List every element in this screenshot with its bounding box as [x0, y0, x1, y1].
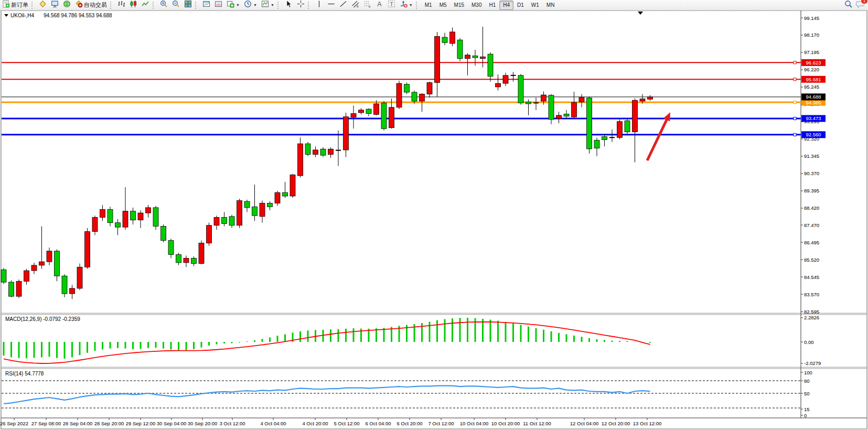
line-chart-button[interactable] — [140, 0, 152, 10]
timeframe-h4-button[interactable]: H4 — [499, 1, 513, 10]
candle — [556, 115, 562, 119]
candle-chart-button[interactable] — [127, 0, 140, 10]
candle — [31, 265, 37, 271]
monitor-icon — [51, 0, 59, 10]
market-watch-button[interactable] — [49, 0, 61, 10]
tile-icon — [184, 0, 192, 10]
candle — [320, 149, 326, 155]
candle — [633, 100, 638, 132]
candle — [450, 32, 455, 44]
panel-splitter[interactable] — [1, 367, 867, 369]
candle — [214, 218, 219, 225]
hline-button[interactable] — [325, 0, 337, 10]
candle — [70, 288, 75, 294]
candle — [207, 225, 212, 243]
tile-windows-button[interactable] — [182, 0, 194, 10]
vline-icon — [315, 0, 323, 10]
timeframe-mn-button[interactable]: MN — [543, 1, 559, 10]
candle — [138, 213, 143, 220]
new-chart-button[interactable] — [200, 0, 212, 10]
timeframe-w1-button[interactable]: W1 — [528, 1, 543, 10]
candle — [587, 98, 592, 149]
date-label: 30 Sep 20:00 — [188, 421, 218, 426]
candle — [283, 192, 288, 196]
toolbar-separator — [277, 2, 281, 9]
new-order-button-label: 新订单 — [11, 1, 28, 9]
notifications-button[interactable]: 1 — [856, 0, 865, 10]
timeframe-m30-button[interactable]: M30 — [468, 1, 485, 10]
channel-button[interactable]: E — [349, 0, 361, 10]
cursor-button[interactable] — [283, 0, 295, 10]
timeframe-m1-button[interactable]: M1 — [421, 1, 436, 10]
candle — [473, 56, 478, 58]
zoom-out-button[interactable] — [170, 0, 182, 10]
candle — [153, 208, 158, 227]
candle — [488, 54, 493, 76]
toolbar-separator — [416, 2, 419, 9]
zoom-in-button[interactable] — [158, 0, 170, 10]
text-label-button[interactable]: T — [385, 0, 398, 10]
timeframe-d1-button[interactable]: D1 — [513, 1, 528, 10]
chart-title-ohlc: 94.568 94.786 94.553 94.688 — [44, 13, 112, 18]
date-label: 26 Sep 2022 — [0, 421, 28, 426]
candle — [24, 271, 29, 281]
toolbar: 新订单自动交易▼▼▼EFAT▼M1M5M15M30H1H4D1W1MN1 — [0, 0, 868, 10]
profiles-button[interactable] — [212, 0, 224, 10]
candle — [420, 94, 425, 101]
timeframe-h1-button[interactable]: H1 — [485, 1, 499, 10]
autotrading-button[interactable]: 自动交易 — [73, 0, 109, 10]
candles-icon — [130, 0, 137, 10]
chevron-down-icon: ▼ — [253, 3, 257, 7]
price-badge-label: 95.681 — [806, 77, 821, 82]
new-order-button[interactable]: 新订单 — [0, 0, 30, 10]
date-label: 10 Oct 04:00 — [460, 421, 488, 426]
clock-icon — [244, 0, 252, 10]
vline-button[interactable] — [313, 0, 325, 10]
navigator-button[interactable] — [61, 0, 73, 10]
periods-button[interactable]: ▼ — [242, 0, 259, 10]
candle — [480, 57, 486, 58]
rsi-tick-label: 0 — [804, 413, 807, 418]
candle — [305, 144, 310, 154]
date-label: 28 Sep 20:00 — [94, 421, 124, 426]
resistance-line-1-handle[interactable] — [794, 61, 796, 64]
fibonacci-button[interactable]: F — [361, 0, 373, 10]
candle — [222, 218, 227, 224]
timeframe-m15-button[interactable]: M15 — [451, 1, 468, 10]
candle — [457, 40, 463, 59]
panel-splitter[interactable] — [1, 313, 867, 315]
chevron-down-icon: ▼ — [271, 3, 274, 7]
date-label: 12 Oct 04:00 — [570, 421, 598, 426]
candle — [427, 82, 432, 94]
candle — [131, 211, 136, 220]
robot-icon — [75, 0, 83, 10]
candle — [62, 276, 67, 294]
support-line-1-handle[interactable] — [794, 117, 796, 120]
candle — [389, 108, 394, 128]
rsi-tick-label: 100 — [804, 370, 812, 375]
text-button[interactable]: A — [373, 0, 385, 10]
toolbar-separator — [31, 2, 35, 9]
trendline-button[interactable] — [337, 0, 349, 10]
search-button[interactable] — [844, 0, 853, 10]
timeframe-m5-button[interactable]: M5 — [436, 1, 451, 10]
templates-button[interactable]: ▼ — [259, 0, 276, 10]
candle — [617, 122, 623, 137]
arrows-button[interactable]: ▼ — [398, 0, 415, 10]
candle — [541, 95, 546, 101]
indicators-list-button[interactable] — [37, 0, 49, 10]
add-indicator-button[interactable]: ▼ — [224, 0, 242, 10]
price-tick-label: 99.145 — [804, 15, 819, 21]
support-line-2-handle[interactable] — [794, 133, 796, 136]
price-tick-label: 86.495 — [804, 240, 819, 245]
zoom-out-icon — [172, 0, 180, 10]
bar-chart-button[interactable] — [115, 0, 127, 10]
candle — [465, 55, 470, 59]
crosshair-button[interactable] — [295, 0, 307, 10]
pivot-line-handle[interactable] — [794, 101, 796, 104]
trading-app-window: 新订单自动交易▼▼▼EFAT▼M1M5M15M30H1H4D1W1MN1 99.… — [0, 0, 868, 430]
resistance-line-2-handle[interactable] — [794, 78, 796, 81]
date-label: 3 Oct 12:00 — [219, 421, 245, 426]
candle — [648, 97, 653, 99]
date-label: 4 Oct 04:00 — [260, 421, 286, 426]
